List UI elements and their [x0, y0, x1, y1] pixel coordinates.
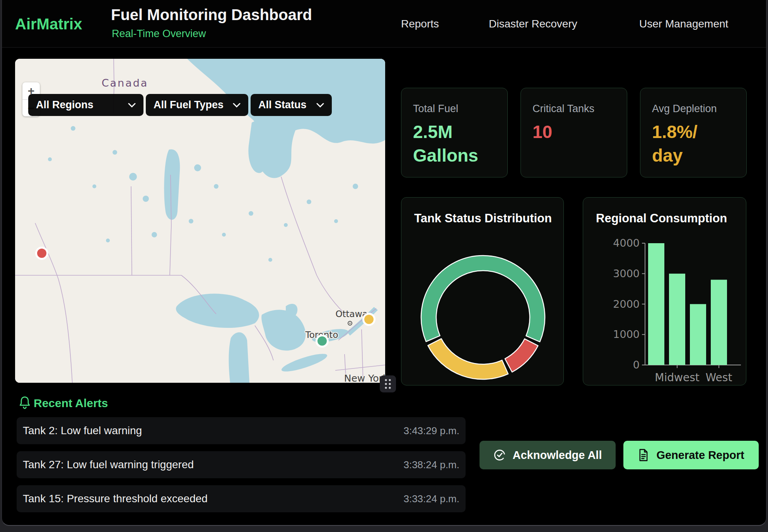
normal-tank-marker[interactable] [317, 336, 328, 347]
page-subtitle: Real-Time Overview [112, 28, 206, 40]
ottawa-town-dot-center [349, 322, 350, 324]
warning-tank-marker[interactable] [364, 314, 375, 325]
generate-report-label: Generate Report [656, 449, 744, 462]
alert-message: Tank 15: Pressure threshold exceeded [23, 493, 208, 505]
tank-status-donut-chart [401, 198, 564, 386]
alert-timestamp: 3:38:24 p.m. [403, 459, 459, 471]
total-fuel-card: Total Fuel 2.5M Gallons [401, 88, 508, 177]
recent-alerts-title: Recent Alerts [34, 397, 108, 410]
tank-status-title: Tank Status Distribution [414, 211, 552, 225]
bar-region-0 [648, 243, 664, 365]
chevron-down-icon [316, 103, 324, 107]
x-tick-label: West [706, 371, 732, 384]
fuel-map[interactable]: Canada Ottawa Toronto New York + − All R… [15, 59, 385, 383]
alert-message: Tank 2: Low fuel warning [23, 425, 142, 437]
total-fuel-value: 2.5M [413, 120, 496, 144]
y-tick-label: 4000 [613, 237, 640, 249]
nav-reports[interactable]: Reports [401, 18, 439, 30]
region-filter-value: All Regions [36, 99, 94, 111]
header: AirMatrix Fuel Monitoring Dashboard Real… [2, 0, 766, 48]
y-tick-label: 2000 [613, 298, 640, 310]
nav-disaster-recovery[interactable]: Disaster Recovery [489, 18, 577, 30]
alert-row[interactable]: Tank 15: Pressure threshold exceeded 3:3… [17, 485, 466, 512]
grip-dots-icon [384, 378, 392, 390]
status-filter-dropdown[interactable]: All Status [251, 94, 332, 116]
alert-row[interactable]: Tank 27: Low fuel warning triggered 3:38… [17, 451, 466, 478]
status-filter-value: All Status [258, 99, 307, 111]
avg-depletion-value: 1.8%/ [652, 120, 735, 144]
regional-consumption-card: Regional Consumption 01000200030004000Mi… [583, 197, 746, 385]
avg-depletion-card: Avg Depletion 1.8%/ day [640, 88, 747, 177]
critical-tanks-label: Critical Tanks [532, 103, 615, 115]
y-tick-label: 0 [633, 359, 640, 371]
critical-tanks-card: Critical Tanks 10 [521, 88, 627, 177]
chevron-down-icon [233, 103, 241, 107]
dashboard-window: AirMatrix Fuel Monitoring Dashboard Real… [2, 0, 766, 526]
donut-segment-critical [505, 339, 538, 372]
bar-region-1 [669, 274, 685, 365]
avg-depletion-value-unit: day [652, 144, 735, 167]
regional-consumption-title: Regional Consumption [596, 211, 727, 225]
country-label: Canada [102, 77, 148, 89]
regional-consumption-bar-chart: 01000200030004000MidwestWest [583, 198, 747, 386]
alert-timestamp: 3:33:24 p.m. [403, 493, 459, 505]
avg-depletion-label: Avg Depletion [652, 103, 735, 115]
nav-user-management[interactable]: User Management [639, 18, 728, 30]
acknowledge-all-button[interactable]: Acknowledge All [480, 441, 616, 469]
generate-report-button[interactable]: Generate Report [623, 441, 759, 469]
y-tick-label: 1000 [613, 328, 640, 340]
check-circle-icon [493, 449, 506, 461]
x-tick-label: Midwest [655, 371, 699, 384]
y-tick-label: 3000 [613, 268, 640, 280]
bar-region-3 [711, 280, 727, 365]
total-fuel-label: Total Fuel [413, 103, 496, 115]
resize-grip[interactable] [380, 375, 396, 392]
donut-segment-normal [421, 256, 545, 342]
alert-row[interactable]: Tank 2: Low fuel warning 3:43:29 p.m. [17, 417, 466, 444]
new-york-label: New York [344, 373, 385, 383]
total-fuel-value-unit: Gallons [413, 144, 496, 167]
app-logo: AirMatrix [15, 15, 82, 33]
donut-segment-warning [428, 339, 508, 379]
critical-tanks-value: 10 [532, 120, 615, 144]
bar-region-2 [690, 304, 706, 365]
critical-tank-marker[interactable] [36, 248, 48, 259]
tank-status-card: Tank Status Distribution [401, 197, 564, 385]
page-title: Fuel Monitoring Dashboard [111, 6, 312, 24]
chevron-down-icon [128, 103, 136, 107]
acknowledge-all-label: Acknowledge All [513, 449, 602, 462]
fuel-type-filter-dropdown[interactable]: All Fuel Types [146, 94, 248, 116]
region-filter-dropdown[interactable]: All Regions [28, 94, 143, 116]
document-icon [638, 448, 649, 462]
alert-message: Tank 27: Low fuel warning triggered [23, 459, 194, 471]
alert-timestamp: 3:43:29 p.m. [403, 425, 459, 437]
bell-icon [18, 396, 31, 410]
fuel-type-filter-value: All Fuel Types [154, 99, 224, 111]
